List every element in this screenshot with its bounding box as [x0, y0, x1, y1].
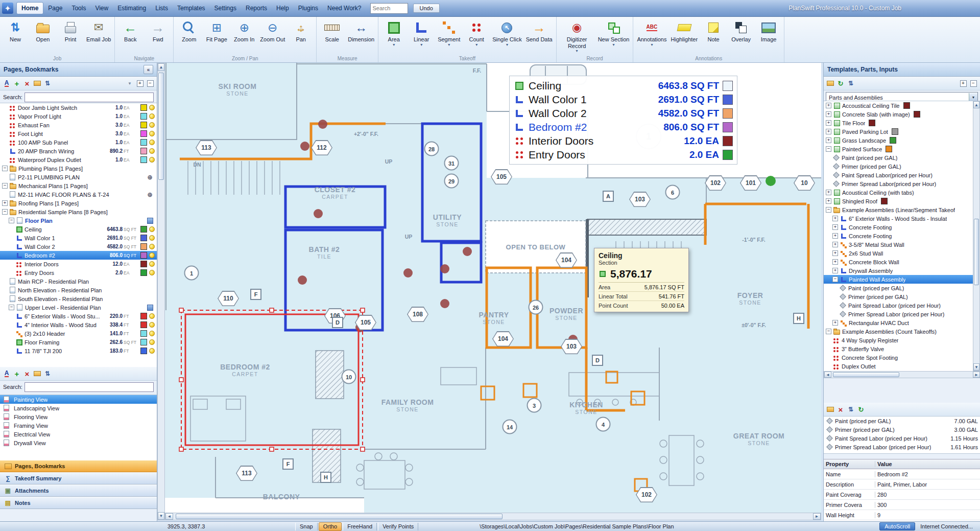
expand-icon[interactable]: +: [832, 233, 838, 239]
tree-item-south-elevation-residential-plan[interactable]: South Elevation - Residential Plan: [0, 294, 157, 303]
accordion-attachments[interactable]: Attachments: [0, 484, 157, 497]
tree-item-concrete-slab-with-image[interactable]: +Concrete Slab (with image): [824, 110, 980, 119]
tree-item-6-exterior-walls-wood-stu[interactable]: 6" Exterior Walls - Wood Stu...220.0FT: [0, 312, 157, 320]
ribbon-button-overlay[interactable]: Overlay: [727, 18, 755, 43]
tree-item-grass-landscape[interactable]: +Grass Landscape: [824, 136, 980, 145]
sort-icon[interactable]: [846, 405, 855, 414]
tree-item-exhaust-fan[interactable]: Exhaust Fan3.0EA: [0, 121, 157, 129]
tree-item-plumbing-plans-1-pages[interactable]: −Plumbing Plans [1 Pages]: [0, 164, 157, 173]
ribbon-button-zoom-out[interactable]: Zoom Out: [258, 18, 287, 43]
collapse-icon[interactable]: −: [832, 276, 838, 282]
plan-canvas[interactable]: SKI ROOMSTONECLOSET #2CARPETBATH #2TILEU…: [165, 63, 821, 513]
expand-icon[interactable]: +: [832, 224, 838, 230]
tree-item-vapor-proof-light[interactable]: Vapor Proof Light1.0EA: [0, 112, 157, 121]
tree-item-floor-plan[interactable]: −Floor Plan: [0, 216, 157, 225]
delete-item-icon[interactable]: [22, 369, 32, 378]
expand-icon[interactable]: +: [826, 103, 831, 108]
part-item-paint-priced-per-gal[interactable]: Paint (priced per GAL)7.00 GAL: [824, 417, 980, 425]
menu-tab-settings[interactable]: Settings: [210, 3, 241, 14]
ribbon-button-digitizer-record[interactable]: Digitizer Record▾: [558, 18, 596, 53]
tree-item-upper-level-residential-plan[interactable]: −Upper Level - Residential Plan: [0, 303, 157, 312]
view-item-flooring-view[interactable]: Flooring View: [0, 412, 157, 421]
ribbon-button-scale[interactable]: Scale: [318, 18, 346, 43]
tree-item-primer-spread-labor-priced-per-hour[interactable]: Primer Spread Labor (priced per Hour): [824, 310, 980, 318]
collapse-icon[interactable]: −: [2, 209, 8, 215]
expand-icon[interactable]: +: [826, 129, 831, 134]
font-size-icon[interactable]: [2, 369, 11, 378]
tree-item-6-exterior-walls-wood-studs-insulat[interactable]: +6" Exterior Walls - Wood Studs - Insula…: [824, 214, 980, 223]
ribbon-button-send-data[interactable]: Send Data: [524, 18, 555, 43]
ribbon-button-annotations[interactable]: Annotations▾: [635, 18, 668, 47]
ribbon-button-single-click[interactable]: Single Click▾: [490, 18, 523, 47]
tree-item-foot-light[interactable]: Foot Light3.0EA: [0, 129, 157, 138]
collapse-icon[interactable]: −: [826, 146, 831, 152]
font-size-icon[interactable]: [2, 79, 11, 88]
templates-tree-horizontal-scrollbar[interactable]: ◄ ►: [824, 371, 980, 378]
delete-item-icon[interactable]: [22, 79, 32, 88]
scrollbar-thumb[interactable]: [974, 219, 979, 285]
property-row-name[interactable]: NameBedroom #2: [824, 469, 980, 479]
ribbon-button-zoom-in[interactable]: Zoom In: [230, 18, 258, 43]
tree-item-shingled-roof[interactable]: +Shingled Roof: [824, 197, 980, 205]
tree-item-concrete-spot-footing[interactable]: Concrete Spot Footing: [824, 353, 980, 362]
ribbon-button-area[interactable]: Area▾: [380, 18, 408, 47]
ribbon-button-zoom[interactable]: Zoom: [175, 18, 203, 43]
ribbon-button-back[interactable]: Back: [116, 18, 144, 43]
ribbon-button-dimension[interactable]: Dimension: [346, 18, 376, 43]
pages-search-input[interactable]: [25, 93, 154, 102]
ribbon-button-print[interactable]: Print: [57, 18, 84, 43]
tree-item-acoustical-ceiling-with-tabs[interactable]: +Acoustical Ceiling (with tabs): [824, 188, 980, 197]
tree-item-m2-11-hvac-floor-plans-t-24[interactable]: M2-11 HVAC FLOOR PLANS & T-24: [0, 190, 157, 199]
menu-tab-view[interactable]: View: [90, 3, 113, 14]
sort-icon[interactable]: [846, 79, 855, 88]
tree-item-ceiling[interactable]: Ceiling6463.8SQ FT: [0, 225, 157, 234]
legend-row-bedroom-2[interactable]: Bedroom #2806.0 SQ FT: [514, 120, 733, 134]
collapse-icon[interactable]: −: [9, 305, 14, 310]
sort-icon[interactable]: [43, 369, 52, 378]
tree-item-4-interior-walls-wood-stud[interactable]: 4" Interior Walls - Wood Stud338.4FT: [0, 320, 157, 329]
legend-row-wall-color-1[interactable]: Wall Color 12691.0 SQ FT: [514, 93, 733, 106]
tree-item-3-5-8-metal-stud-wall[interactable]: +3-5/8" Metal Stud Wall: [824, 240, 980, 249]
tree-item-2x6-stud-wall[interactable]: +2x6 Stud Wall: [824, 249, 980, 258]
quick-search-input[interactable]: [370, 3, 408, 14]
tree-item-accoustical-ceiling-tile[interactable]: +Accoustical Ceiling Tile: [824, 101, 980, 110]
ribbon-button-segment[interactable]: Segment▾: [435, 18, 463, 47]
tree-item-door-jamb-light-switch[interactable]: Door Jamb Light Switch1.0EA: [0, 103, 157, 112]
tree-item-primer-priced-per-gal[interactable]: Primer (priced per GAL): [824, 292, 980, 301]
sort-icon[interactable]: [43, 79, 52, 88]
view-item-drywall-view[interactable]: Drywall View: [0, 438, 157, 447]
new-folder-icon[interactable]: [826, 405, 835, 414]
collapse-all-icon[interactable]: [969, 79, 978, 88]
scrollbar-thumb[interactable]: [833, 372, 899, 377]
scrollbar-thumb[interactable]: [158, 73, 164, 180]
tree-item-rectangular-hvac-duct[interactable]: +Rectangular HVAC Duct: [824, 318, 980, 327]
refresh-icon[interactable]: [836, 79, 845, 88]
view-item-electrical-view[interactable]: Electrical View: [0, 430, 157, 438]
menu-tab-page[interactable]: Page: [43, 3, 67, 14]
tree-item-paint-spread-labor-priced-per-hour[interactable]: Paint Spread Labor(priced per Hour): [824, 171, 980, 179]
expand-icon[interactable]: +: [2, 200, 8, 206]
status-toggle-freehand[interactable]: FreeHand: [343, 523, 377, 530]
tree-item-residential-sample-plans-8-pages[interactable]: −Residential Sample Plans [8 Pages]: [0, 207, 157, 216]
view-item-landscaping-view[interactable]: Landscaping View: [0, 404, 157, 412]
expand-icon[interactable]: +: [826, 111, 831, 117]
property-row-primer-covera[interactable]: Primer Covera300: [824, 500, 980, 510]
collapse-icon[interactable]: −: [9, 218, 14, 223]
legend-row-entry-doors[interactable]: Entry Doors2.0 EA: [514, 148, 733, 161]
property-row-description[interactable]: DescriptionPaint, Primer, Labor: [824, 479, 980, 490]
tree-item-painted-wall-assembly[interactable]: −Painted Wall Assembly: [824, 275, 980, 284]
tree-item-entry-doors[interactable]: Entry Doors2.0EA: [0, 268, 157, 277]
canvas-vertical-scrollbar[interactable]: ▲ ▼: [157, 63, 165, 520]
ribbon-button-open[interactable]: Open: [29, 18, 57, 43]
canvas-horizontal-scrollbar[interactable]: ◄ ►: [165, 513, 821, 520]
status-toggle-snap[interactable]: Snap: [295, 523, 318, 530]
expand-icon[interactable]: +: [832, 216, 838, 221]
tree-item-example-assemblies-count-takeoffs[interactable]: −Example Assemblies (Count Takeoffs): [824, 327, 980, 336]
scroll-right-arrow-icon[interactable]: ►: [973, 372, 980, 378]
collapse-icon[interactable]: −: [2, 166, 8, 171]
tree-item-drywall-assembly[interactable]: +Drywall Assembly: [824, 266, 980, 275]
collapse-icon[interactable]: −: [2, 183, 8, 189]
autoscroll-button[interactable]: AutoScroll: [879, 522, 915, 530]
expand-icon[interactable]: +: [832, 259, 838, 265]
tree-item-paint-priced-per-gal[interactable]: Paint (priced per GAL): [824, 284, 980, 292]
